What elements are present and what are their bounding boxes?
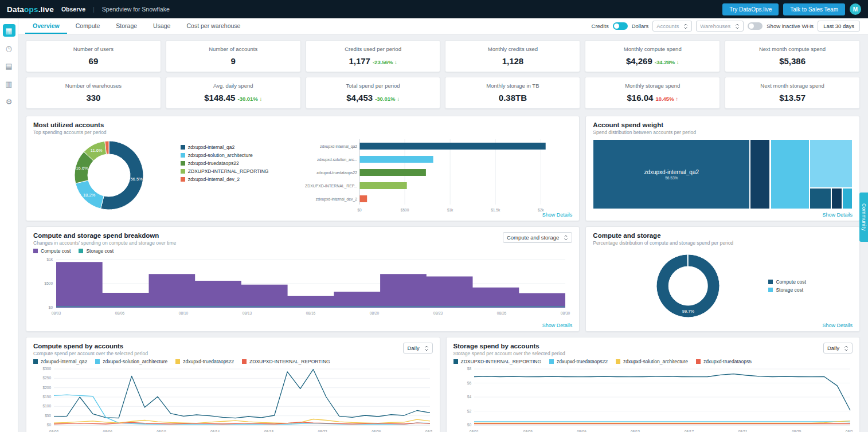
axis-tick-label: 08/03 xyxy=(52,311,61,315)
logo-accent: ops xyxy=(24,5,38,14)
card-head: Compute and storage Percentage distribut… xyxy=(593,232,853,246)
show-details-link[interactable]: Show Details xyxy=(822,212,853,218)
storage-granularity-select-value: Daily xyxy=(827,345,839,351)
show-inactive-toggle[interactable] xyxy=(748,22,763,30)
legend-item: zdxupxd-internal_qa2 xyxy=(181,144,302,150)
kpi-delta: -34.28% ↓ xyxy=(655,59,679,65)
kpi-value: 1,177-23.56% ↓ xyxy=(311,56,436,66)
warehouses-select[interactable]: Warehouses xyxy=(696,21,744,32)
storage-granularity-select[interactable]: Daily xyxy=(823,343,853,354)
kpi-value: 330 xyxy=(31,93,156,103)
reports-icon[interactable]: ▥ xyxy=(3,77,15,90)
legend-swatch xyxy=(616,359,620,364)
legend-item: zdxupxd-internal_dev_2 xyxy=(181,176,302,182)
axis-tick-label: 08/26 xyxy=(372,430,381,432)
card-title: Compute and storage spend breakdown xyxy=(33,232,176,239)
legend-swatch xyxy=(181,169,185,174)
axis-tick-label: $300 xyxy=(43,367,52,371)
compute-storage-legend: Compute costStorage cost xyxy=(768,279,806,293)
avatar[interactable]: M xyxy=(850,3,861,15)
show-details-link[interactable]: Show Details xyxy=(542,323,573,328)
bar xyxy=(359,182,406,189)
compute-storage-card: Compute and storage Percentage distribut… xyxy=(585,226,860,332)
kpi-value: $5,386 xyxy=(730,56,855,66)
settings-icon[interactable]: ⚙ xyxy=(3,95,15,108)
try-dataops-button[interactable]: Try DataOps.live xyxy=(722,3,779,15)
charts-icon[interactable]: ▤ xyxy=(3,60,15,72)
app-body: ▦◷▤▥⚙ OverviewComputeStorageUsageCost pe… xyxy=(0,18,868,432)
donut-slice-label: 56.5% xyxy=(130,176,143,182)
show-details-link[interactable]: Show Details xyxy=(542,212,573,218)
dollars-label: Dollars xyxy=(632,23,649,29)
legend-swatch xyxy=(95,359,100,364)
tab-overview[interactable]: Overview xyxy=(25,18,67,34)
nav-observe[interactable]: Observe xyxy=(61,6,85,13)
tab-list: OverviewComputeStorageUsageCost per ware… xyxy=(25,18,248,34)
compute-storage-body: 99.7% Compute costStorage cost xyxy=(593,248,853,324)
bar-category-label: ZDXUPXD-INTERNAL_REP... xyxy=(305,184,357,188)
kpi-label: Total spend per period xyxy=(311,83,436,89)
accounts-select[interactable]: Accounts xyxy=(652,21,692,32)
kpi-value: 0.38TB xyxy=(450,93,575,103)
treemap-block[interactable] xyxy=(842,188,853,209)
show-details-link[interactable]: Show Details xyxy=(822,323,853,328)
line-series xyxy=(54,395,430,424)
card-title: Account spend weight xyxy=(593,121,696,128)
kpi-value-number: 1,177 xyxy=(349,56,370,66)
tab-storage[interactable]: Storage xyxy=(108,18,144,34)
axis-tick-label: $0 xyxy=(49,305,53,309)
treemap-block[interactable] xyxy=(810,139,853,188)
compute-step-area xyxy=(56,262,565,308)
card-subtitle: Changes in accounts' spending on compute… xyxy=(33,240,176,246)
card-title: Most utilized accounts xyxy=(33,121,107,128)
axis-tick-label: $8 xyxy=(467,367,471,371)
history-icon[interactable]: ◷ xyxy=(3,42,15,54)
breakdown-metric-select[interactable]: Compute and storage xyxy=(503,232,572,243)
axis-tick-label: 08/20 xyxy=(370,311,380,315)
kpi-card: Number of warehouses330 xyxy=(26,77,161,109)
storage-by-account-legend: ZDXUPXD-INTERNAL_REPORTINGzdxupxd-trueda… xyxy=(453,359,853,364)
date-range-button[interactable]: Last 30 days xyxy=(818,21,860,32)
kpi-value-number: $4,269 xyxy=(626,56,652,66)
card-subtitle: Storage spend per account over the selec… xyxy=(453,351,565,356)
legend-label: ZDXUPXD-INTERNAL_REPORTING xyxy=(461,359,542,364)
treemap-block[interactable] xyxy=(831,188,842,209)
line-series xyxy=(54,370,430,418)
treemap-block[interactable]: zdxupxd-internal_qa256.53% xyxy=(593,139,750,209)
axis-tick-label: $2 xyxy=(467,409,471,413)
community-tab[interactable]: Community xyxy=(859,193,868,242)
card-head: Storage spend by accounts Storage spend … xyxy=(453,343,853,356)
axis-tick-label: $1k xyxy=(47,257,53,261)
treemap-block[interactable] xyxy=(810,188,831,209)
legend-item: Compute cost xyxy=(768,279,806,285)
legend-label: Storage cost xyxy=(776,287,803,293)
tab-usage[interactable]: Usage xyxy=(146,18,178,34)
legend-item: zdxupxd-solution_architecture xyxy=(95,359,167,364)
kpi-card: Number of users69 xyxy=(26,40,161,72)
treemap-block[interactable] xyxy=(750,139,770,209)
line-series xyxy=(474,374,850,411)
axis-tick-label: 08/13 xyxy=(630,430,640,432)
kpi-label: Next month compute spend xyxy=(730,46,855,52)
tab-compute[interactable]: Compute xyxy=(68,18,108,34)
most-utilized-body: 56.5%18.2%16.6%11.6% zdxupxd-internal_qa… xyxy=(33,135,572,215)
treemap-block[interactable] xyxy=(771,139,810,209)
storage-by-account-card: Storage spend by accounts Storage spend … xyxy=(446,337,861,432)
bar-category-label: zdxupxd-solution_arc... xyxy=(317,158,357,162)
kpi-card: Number of accounts9 xyxy=(166,40,301,72)
credits-dollars-toggle[interactable] xyxy=(613,22,628,30)
spendview-icon[interactable]: ▦ xyxy=(3,24,15,37)
axis-tick-label: 08/18 xyxy=(264,430,274,432)
compute-granularity-select[interactable]: Daily xyxy=(403,343,432,354)
sidebar: ▦◷▤▥⚙ xyxy=(0,18,18,432)
legend-item: Compute cost xyxy=(33,248,71,254)
card-subtitle: Spend distribution between accounts per … xyxy=(593,129,696,135)
kpi-label: Number of accounts xyxy=(171,46,296,52)
axis-tick-label: 08/30 xyxy=(561,311,570,315)
axis-tick-label: 08/22 xyxy=(318,430,327,432)
compute-by-account-legend: zdxupxd-internal_qa2zdxupxd-solution_arc… xyxy=(33,359,433,364)
tab-cost-per-warehouse[interactable]: Cost per warehouse xyxy=(179,18,248,34)
talk-sales-button[interactable]: Talk to Sales Team xyxy=(783,3,845,15)
logo[interactable]: Dataops.live xyxy=(7,5,54,14)
breakdown-card: Compute and storage spend breakdown Chan… xyxy=(26,226,580,332)
